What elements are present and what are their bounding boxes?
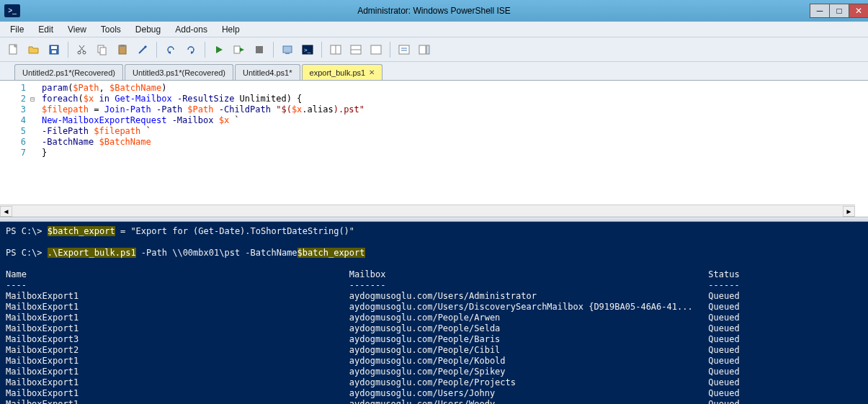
- line-gutter: 1234567: [0, 81, 30, 217]
- svg-rect-18: [234, 46, 240, 53]
- menu-tools[interactable]: Tools: [94, 23, 128, 36]
- code-area[interactable]: param($Path, $BatchName) foreach($x in G…: [40, 81, 868, 217]
- undo-icon: [165, 44, 176, 55]
- tab-untitled4[interactable]: Untitled4.ps1*: [235, 64, 300, 80]
- paste-button[interactable]: [113, 40, 132, 59]
- stop-button[interactable]: [250, 40, 269, 59]
- svg-rect-20: [256, 46, 263, 53]
- tab-label: Untitled4.ps1*: [243, 68, 292, 77]
- svg-text:>_: >_: [304, 47, 311, 53]
- toolbar-separator: [205, 42, 205, 58]
- titlebar: >_ Administrator: Windows PowerShell ISE…: [0, 0, 868, 22]
- new-file-button[interactable]: [4, 40, 23, 59]
- svg-rect-34: [426, 45, 429, 54]
- start-powershell-button[interactable]: >_: [298, 40, 317, 59]
- menu-debug[interactable]: Debug: [128, 23, 168, 36]
- layout-icon: [370, 44, 382, 55]
- svg-rect-3: [51, 46, 57, 49]
- svg-marker-19: [240, 48, 244, 52]
- stop-icon: [255, 45, 264, 54]
- close-button[interactable]: ✕: [849, 4, 868, 18]
- redo-button[interactable]: [182, 40, 200, 59]
- toolbar-separator: [156, 42, 157, 58]
- brush-icon: [137, 44, 148, 55]
- tab-label: Untitled2.ps1*(Recovered): [22, 68, 115, 77]
- new-remote-tab-button[interactable]: [278, 40, 297, 59]
- copy-button[interactable]: [93, 40, 112, 59]
- new-file-icon: [8, 44, 19, 55]
- tab-label: Untitled3.ps1*(Recovered): [133, 68, 225, 77]
- toolbar-separator: [68, 42, 68, 58]
- maximize-button[interactable]: □: [829, 4, 849, 18]
- run-button[interactable]: [210, 40, 228, 59]
- scroll-right-icon[interactable]: ►: [843, 206, 855, 217]
- toolbar-separator: [273, 42, 274, 58]
- svg-rect-12: [120, 45, 125, 47]
- layout-2-button[interactable]: [346, 40, 365, 59]
- scroll-left-icon[interactable]: ◄: [0, 206, 12, 217]
- tab-untitled2[interactable]: Untitled2.ps1*(Recovered): [14, 64, 123, 80]
- addon-icon: [419, 44, 430, 55]
- editor-horizontal-scrollbar[interactable]: ◄ ►: [0, 205, 855, 217]
- menubar: File Edit View Tools Debug Add-ons Help: [0, 22, 868, 37]
- svg-line-13: [139, 47, 146, 53]
- window-title: Administrator: Windows PowerShell ISE: [357, 6, 511, 16]
- svg-marker-17: [216, 46, 223, 53]
- cut-icon: [76, 44, 88, 55]
- run-icon: [214, 45, 224, 55]
- undo-button[interactable]: [161, 40, 180, 59]
- toolbar-separator: [321, 42, 322, 58]
- svg-rect-22: [285, 53, 290, 54]
- powershell-console-icon: >_: [302, 44, 313, 55]
- open-file-button[interactable]: [24, 40, 43, 59]
- toolbar: >_: [0, 37, 868, 62]
- show-command-addon-button[interactable]: [415, 40, 434, 59]
- svg-rect-30: [399, 45, 409, 54]
- minimize-button[interactable]: ─: [810, 4, 830, 18]
- menu-edit[interactable]: Edit: [31, 23, 61, 36]
- open-folder-icon: [28, 44, 40, 55]
- show-command-button[interactable]: [395, 40, 413, 59]
- layout-3-button[interactable]: [367, 40, 385, 59]
- menu-file[interactable]: File: [3, 23, 31, 36]
- menu-addons[interactable]: Add-ons: [168, 23, 215, 36]
- tab-untitled3[interactable]: Untitled3.ps1*(Recovered): [125, 64, 233, 80]
- layout-icon: [350, 44, 362, 55]
- tab-strip: Untitled2.ps1*(Recovered) Untitled3.ps1*…: [0, 62, 868, 81]
- copy-icon: [97, 44, 108, 55]
- save-icon: [48, 44, 60, 55]
- svg-rect-21: [283, 46, 292, 53]
- svg-rect-29: [371, 45, 381, 54]
- toolbar-separator: [390, 42, 390, 58]
- close-tab-icon[interactable]: ✕: [369, 68, 375, 76]
- remote-icon: [282, 44, 293, 55]
- tab-label: export_bulk.ps1: [310, 68, 366, 77]
- cut-button[interactable]: [73, 40, 91, 59]
- svg-rect-4: [52, 50, 56, 53]
- fold-gutter: ⊟: [30, 81, 40, 217]
- run-selection-icon: [233, 44, 245, 55]
- console-pane[interactable]: PS C:\> $batch_export = "Export for (Get…: [0, 222, 868, 404]
- svg-rect-33: [419, 45, 426, 54]
- run-selection-button[interactable]: [230, 40, 249, 59]
- redo-icon: [185, 44, 197, 55]
- clear-button[interactable]: [133, 40, 152, 59]
- command-icon: [398, 44, 410, 55]
- menu-help[interactable]: Help: [215, 23, 247, 36]
- menu-view[interactable]: View: [61, 23, 94, 36]
- paste-icon: [117, 44, 128, 55]
- window-controls: ─ □ ✕: [810, 4, 868, 18]
- layout-1-button[interactable]: [326, 40, 345, 59]
- script-editor[interactable]: 1234567 ⊟ param($Path, $BatchName) forea…: [0, 81, 868, 217]
- layout-icon: [330, 44, 341, 55]
- powershell-icon: >_: [4, 4, 20, 17]
- save-button[interactable]: [45, 40, 63, 59]
- svg-rect-10: [100, 48, 106, 55]
- tab-export-bulk[interactable]: export_bulk.ps1 ✕: [302, 64, 383, 80]
